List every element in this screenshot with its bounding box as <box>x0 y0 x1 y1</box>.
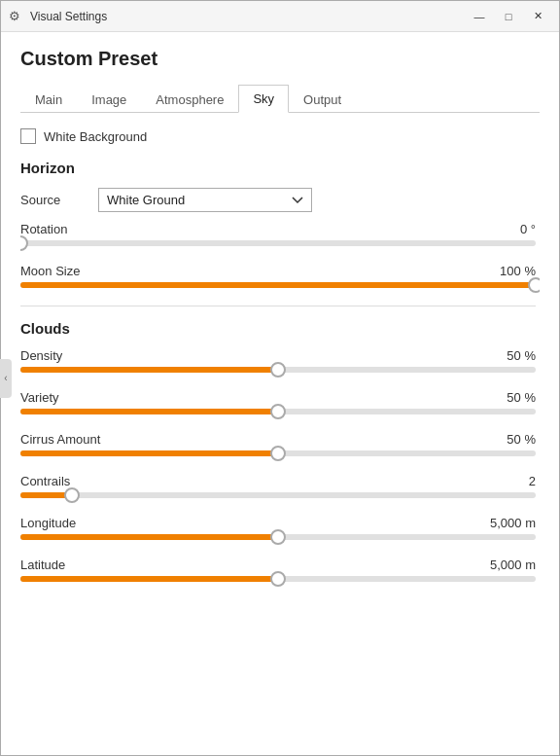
cirrus-track[interactable] <box>20 450 536 456</box>
tab-image[interactable]: Image <box>77 85 141 113</box>
longitude-track[interactable] <box>20 534 536 540</box>
maximize-button[interactable]: □ <box>495 5 522 28</box>
window-controls: — □ ✕ <box>466 5 551 28</box>
moon-size-row: Moon Size 100 % <box>20 264 536 288</box>
tab-bar: Main Image Atmosphere Sky Output <box>20 84 540 113</box>
variety-track[interactable] <box>20 409 536 414</box>
variety-value: 50 % <box>507 390 536 405</box>
main-window: ⚙ Visual Settings — □ ✕ Custom Preset Ma… <box>0 0 560 756</box>
density-thumb[interactable] <box>270 362 286 378</box>
cirrus-row: Cirrus Amount 50 % <box>20 432 536 456</box>
rotation-label: Rotation <box>20 222 67 236</box>
latitude-fill <box>20 576 278 582</box>
minimize-button[interactable]: — <box>466 5 493 28</box>
white-background-checkbox[interactable] <box>20 128 36 144</box>
longitude-thumb[interactable] <box>270 529 286 545</box>
contrails-value: 2 <box>529 474 536 488</box>
moon-size-thumb[interactable] <box>528 277 540 293</box>
page-title: Custom Preset <box>20 48 540 70</box>
section-divider <box>20 306 536 306</box>
source-dropdown-wrap: White Ground Color Image <box>98 188 536 212</box>
clouds-section: Clouds Density 50 % <box>20 320 536 582</box>
moon-size-fill <box>20 282 536 288</box>
cirrus-label: Cirrus Amount <box>20 432 100 447</box>
contrails-track[interactable] <box>20 492 536 498</box>
latitude-thumb[interactable] <box>270 571 286 587</box>
horizon-title: Horizon <box>20 160 536 176</box>
cirrus-thumb[interactable] <box>270 446 286 461</box>
content-area: Custom Preset Main Image Atmosphere Sky … <box>1 32 559 755</box>
latitude-row: Latitude 5,000 m <box>20 558 536 582</box>
latitude-track[interactable] <box>20 576 536 582</box>
longitude-fill <box>20 534 278 540</box>
latitude-value: 5,000 m <box>490 558 536 572</box>
moon-size-label: Moon Size <box>20 264 80 278</box>
variety-thumb[interactable] <box>270 404 286 419</box>
sky-tab-content: White Background Horizon Source White Gr… <box>20 128 540 745</box>
rotation-track[interactable] <box>20 240 536 246</box>
variety-label: Variety <box>20 390 59 405</box>
moon-size-track[interactable] <box>20 282 536 288</box>
variety-row: Variety 50 % <box>20 390 536 414</box>
white-background-row: White Background <box>20 128 536 144</box>
titlebar: ⚙ Visual Settings — □ ✕ <box>1 1 559 32</box>
density-label: Density <box>20 348 62 363</box>
variety-fill <box>20 409 278 414</box>
moon-size-value: 100 % <box>500 264 536 278</box>
tab-output[interactable]: Output <box>289 85 356 113</box>
latitude-label: Latitude <box>20 558 65 572</box>
density-value: 50 % <box>507 348 536 363</box>
side-collapse-button[interactable]: ‹ <box>0 359 12 398</box>
longitude-value: 5,000 m <box>490 516 536 530</box>
density-track[interactable] <box>20 367 536 373</box>
cirrus-value: 50 % <box>507 432 536 447</box>
rotation-row: Rotation 0 ° <box>20 222 536 246</box>
white-background-label: White Background <box>44 129 147 144</box>
tab-atmosphere[interactable]: Atmosphere <box>141 85 238 113</box>
source-row: Source White Ground Color Image <box>20 188 536 212</box>
cirrus-fill <box>20 450 278 456</box>
contrails-row: Contrails 2 <box>20 474 536 498</box>
contrails-thumb[interactable] <box>64 487 80 503</box>
density-row: Density 50 % <box>20 348 536 373</box>
horizon-section: Horizon Source White Ground Color Image <box>20 160 536 288</box>
rotation-value: 0 ° <box>520 222 536 236</box>
close-button[interactable]: ✕ <box>524 5 551 28</box>
app-icon: ⚙ <box>9 9 24 24</box>
rotation-thumb[interactable] <box>20 235 28 251</box>
density-fill <box>20 367 278 373</box>
contrails-label: Contrails <box>20 474 70 488</box>
source-label: Source <box>20 193 98 207</box>
clouds-title: Clouds <box>20 320 536 337</box>
longitude-label: Longitude <box>20 516 76 530</box>
tab-sky[interactable]: Sky <box>238 85 289 113</box>
tab-main[interactable]: Main <box>20 85 77 113</box>
source-dropdown[interactable]: White Ground Color Image <box>98 188 312 212</box>
window-title: Visual Settings <box>30 10 466 23</box>
longitude-row: Longitude 5,000 m <box>20 516 536 540</box>
